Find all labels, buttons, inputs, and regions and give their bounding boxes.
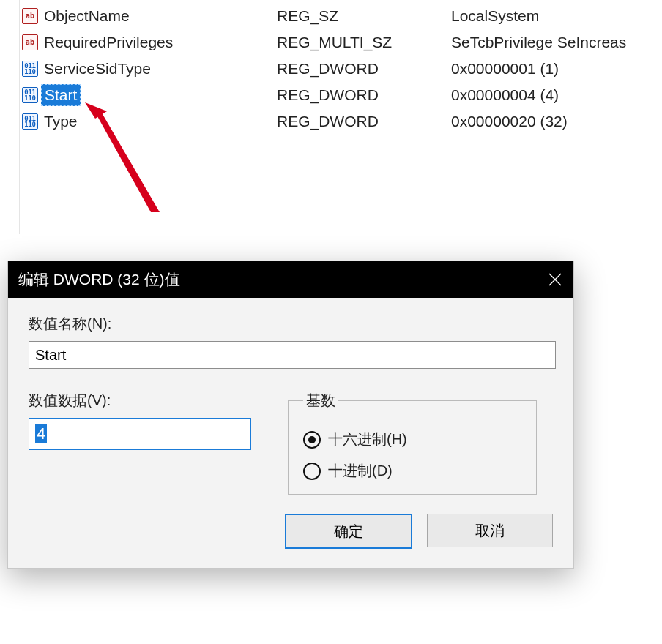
table-row[interactable]: abRequiredPrivilegesREG_MULTI_SZSeTcbPri… bbox=[22, 29, 662, 56]
radio-hex[interactable]: 十六进制(H) bbox=[303, 430, 521, 449]
reg-sz-icon: ab bbox=[22, 8, 38, 24]
cancel-button[interactable]: 取消 bbox=[427, 514, 553, 547]
value-type: REG_DWORD bbox=[277, 60, 451, 78]
reg-sz-icon: ab bbox=[22, 34, 38, 50]
table-row[interactable]: 011110StartREG_DWORD0x00000004 (4) bbox=[22, 82, 662, 108]
radio-hex-dot bbox=[303, 431, 321, 449]
value-name: RequiredPrivileges bbox=[44, 34, 173, 51]
table-row[interactable]: 011110TypeREG_DWORD0x00000020 (32) bbox=[22, 108, 662, 135]
divider bbox=[19, 0, 20, 234]
radio-dec[interactable]: 十进制(D) bbox=[303, 461, 521, 481]
close-button[interactable] bbox=[537, 261, 573, 298]
value-name: Type bbox=[44, 113, 78, 130]
radio-dec-label: 十进制(D) bbox=[328, 461, 393, 481]
value-name: ObjectName bbox=[44, 7, 130, 25]
tree-edge bbox=[0, 0, 15, 234]
value-data: 0x00000004 (4) bbox=[451, 86, 662, 104]
value-name: Start bbox=[41, 84, 81, 106]
ok-button-label: 确定 bbox=[334, 522, 363, 542]
cancel-button-label: 取消 bbox=[475, 521, 505, 541]
reg-dword-icon: 011110 bbox=[22, 87, 38, 103]
registry-value-list: abObjectNameREG_SZLocalSystemabRequiredP… bbox=[0, 0, 662, 234]
value-data: SeTcbPrivilege SeIncreas bbox=[451, 34, 662, 51]
value-type: REG_SZ bbox=[277, 7, 451, 25]
value-name: ServiceSidType bbox=[44, 60, 151, 78]
value-name-label: 数值名称(N): bbox=[29, 314, 553, 334]
value-type: REG_DWORD bbox=[277, 86, 451, 104]
table-row[interactable]: 011110ServiceSidTypeREG_DWORD0x00000001 … bbox=[22, 56, 662, 82]
radio-hex-label: 十六进制(H) bbox=[328, 430, 407, 449]
ok-button[interactable]: 确定 bbox=[285, 514, 412, 549]
close-icon bbox=[548, 273, 562, 286]
value-data: LocalSystem bbox=[451, 7, 662, 25]
dialog-titlebar[interactable]: 编辑 DWORD (32 位)值 bbox=[8, 261, 573, 298]
value-data-label: 数值数据(V): bbox=[29, 391, 288, 411]
value-data-selection: 4 bbox=[35, 424, 47, 443]
reg-dword-icon: 011110 bbox=[22, 113, 38, 130]
value-type: REG_MULTI_SZ bbox=[277, 34, 451, 51]
radio-dec-dot bbox=[303, 463, 321, 480]
base-group: 基数 十六进制(H) 十进制(D) bbox=[288, 391, 537, 495]
edit-dword-dialog: 编辑 DWORD (32 位)值 数值名称(N): 数值数据(V): 4 基数 bbox=[7, 261, 574, 569]
value-data-input[interactable]: 4 bbox=[29, 418, 251, 450]
value-type: REG_DWORD bbox=[277, 113, 451, 130]
value-name-input[interactable] bbox=[29, 341, 556, 369]
value-data: 0x00000001 (1) bbox=[451, 60, 662, 78]
base-legend: 基数 bbox=[303, 391, 338, 411]
table-row[interactable]: abObjectNameREG_SZLocalSystem bbox=[22, 3, 662, 29]
reg-dword-icon: 011110 bbox=[22, 61, 38, 77]
dialog-title: 编辑 DWORD (32 位)值 bbox=[18, 269, 537, 290]
value-data: 0x00000020 (32) bbox=[451, 113, 662, 130]
